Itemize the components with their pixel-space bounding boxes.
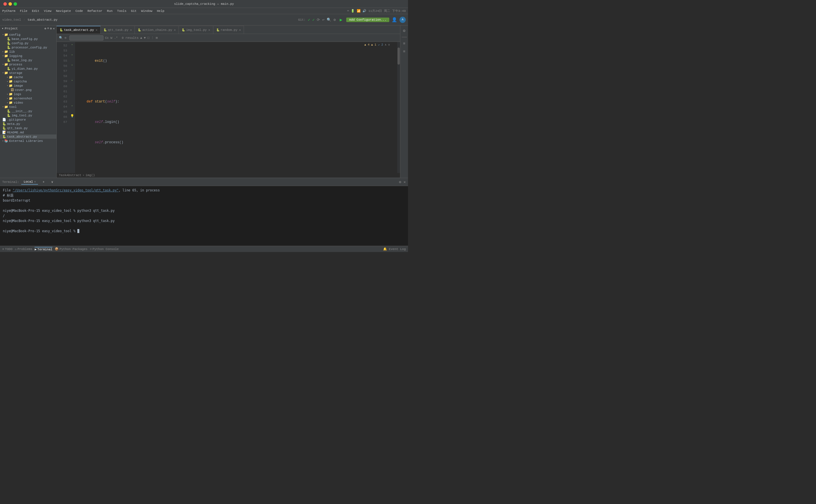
terminal-tab-local[interactable]: Local ✕ — [21, 180, 38, 185]
tab-close-icon[interactable]: ✕ — [208, 28, 210, 32]
tab-close-icon[interactable]: ✕ — [174, 28, 176, 32]
sidebar-close-icon[interactable]: ✕ — [53, 27, 55, 30]
regex-icon[interactable]: .* — [114, 36, 118, 40]
code-editor[interactable]: ▲ 4 ▲ 1 ↗ 2 ∧ ∨ 52 53 54 55 56 57 58 59 … — [57, 42, 400, 173]
sidebar-item-task-abstract[interactable]: 🐍 task_abstract.py — [0, 134, 56, 139]
menu-view[interactable]: View — [44, 9, 51, 13]
tab-close-icon[interactable]: ✕ — [239, 28, 241, 32]
git-check-icon[interactable]: ✓ — [308, 18, 310, 22]
search-icon[interactable]: 🔍 — [327, 18, 331, 22]
menu-navigate[interactable]: Navigate — [56, 9, 71, 13]
sidebar-item-meta[interactable]: 🐍 meta.py — [0, 122, 56, 126]
vertical-scrollbar[interactable] — [397, 42, 400, 173]
sidebar-item-storage[interactable]: ▾ 📁 storage — [0, 71, 56, 75]
right-expand-icon[interactable]: ≡ — [401, 41, 407, 46]
sidebar-item-logging[interactable]: ▾ 📁 logging — [0, 54, 56, 58]
maximize-button[interactable] — [14, 2, 17, 6]
fold-icon[interactable]: ▸ — [71, 53, 73, 56]
menu-help[interactable]: Help — [157, 9, 164, 13]
menu-file[interactable]: File — [20, 9, 27, 13]
add-config-button[interactable]: Add Configuration... — [346, 18, 389, 22]
sidebar-item-process[interactable]: ▾ 📁 process — [0, 62, 56, 67]
sidebar-sync-icon[interactable]: ⊕ — [44, 27, 46, 30]
project-header[interactable]: ▾ Project ⊕ ≡ ⚙ ✕ — [0, 25, 56, 31]
sidebar-item-logs[interactable]: ▸ 📁 logs — [0, 92, 56, 96]
sidebar-item-captcha[interactable]: ▸ 📁 captcha — [0, 79, 56, 84]
sidebar-item-cover-png[interactable]: 🖼 cover.png — [0, 88, 56, 92]
terminal-dropdown-icon[interactable]: ∨ — [49, 180, 56, 184]
terminal-close-icon[interactable]: ✕ — [34, 180, 36, 183]
sidebar-settings-icon[interactable]: ⚙ — [50, 27, 52, 30]
problems-tab[interactable]: ⚠ Problems — [15, 247, 32, 251]
whole-word-icon[interactable]: W — [110, 36, 112, 40]
tab-img-tool[interactable]: 🐍 img_tool.py ✕ — [179, 26, 213, 34]
expand-warnings-icon[interactable]: ∧ — [385, 43, 386, 46]
menu-tools[interactable]: Tools — [117, 9, 126, 13]
tab-action-chains[interactable]: 🐍 action_chains.py ✕ — [135, 26, 179, 34]
hint-bulb-icon[interactable]: 💡 — [70, 114, 74, 118]
profile-icon[interactable]: 👤 — [391, 17, 397, 23]
sidebar-item-video[interactable]: ▸ 📁 video — [0, 101, 56, 105]
avatar[interactable]: A — [399, 17, 406, 23]
git-back-icon[interactable]: ↩ — [322, 18, 324, 22]
search-next-icon[interactable]: ▼ — [144, 36, 146, 40]
menu-code[interactable]: Code — [75, 9, 83, 13]
menu-pycharm[interactable]: PyCharm — [2, 9, 15, 13]
menu-window[interactable]: Window — [141, 9, 152, 13]
tab-random[interactable]: 🐍 random.py ✕ — [213, 26, 244, 34]
search-back-icon[interactable]: 🔍 — [59, 36, 63, 40]
tab-close-icon[interactable]: ✕ — [130, 28, 132, 32]
fold-icon[interactable]: ▸ — [71, 63, 73, 67]
tab-qtt-task[interactable]: 🐍 qtt_task.py ✕ — [101, 26, 135, 34]
right-collapse-icon[interactable]: ≡ — [401, 49, 407, 54]
sidebar-item-qtt-task[interactable]: 🐍 qtt_task.py — [0, 126, 56, 130]
sidebar-item-init[interactable]: 🐍 __init__.py — [0, 109, 56, 113]
tab-close-icon[interactable]: ✕ — [96, 28, 97, 32]
code-content[interactable]: exit() def start(self): self.login() sel… — [75, 42, 397, 173]
sidebar-item-processor-config[interactable]: 🐍 processor_config.py — [0, 45, 56, 50]
git-check2-icon[interactable]: ✓ — [312, 18, 314, 22]
tab-task-abstract[interactable]: 🐍 task_abstract.py ✕ — [57, 26, 101, 34]
run-button[interactable]: ▶ — [338, 17, 344, 22]
sidebar-item-external-libraries[interactable]: ▸ 📚 External Libraries — [0, 139, 56, 143]
search-filter2-icon[interactable]: ⊞ — [156, 36, 158, 40]
search-minus-icon[interactable]: ⊖ — [65, 36, 67, 40]
todo-tab[interactable]: ≡ TODO — [2, 247, 12, 251]
sidebar-item-lib[interactable]: ▸ 📁 lib — [0, 50, 56, 54]
event-log-label[interactable]: 🔔 Event Log — [383, 247, 406, 251]
menu-git[interactable]: Git — [131, 9, 137, 13]
settings-icon[interactable]: ⚙ — [333, 18, 336, 22]
sidebar-item-img-tool[interactable]: 🐍 img_tool.py — [0, 113, 56, 118]
search-prev-icon[interactable]: ▲ — [140, 36, 142, 40]
menu-edit[interactable]: Edit — [32, 9, 39, 13]
collapse-warnings-icon[interactable]: ∨ — [388, 43, 390, 46]
search-highlight-icon[interactable]: □ — [147, 36, 149, 40]
terminal-close-all-icon[interactable]: ✕ — [403, 180, 406, 184]
sidebar-item-config-py[interactable]: 🐍 config.py — [0, 41, 56, 45]
sidebar-item-config[interactable]: ▾ 📁 config — [0, 33, 56, 37]
right-settings-icon[interactable]: ⚙ — [401, 28, 407, 33]
search-input[interactable] — [69, 35, 103, 40]
sidebar-item-screenshot[interactable]: ▸ 📁 screenshot — [0, 96, 56, 101]
sidebar-menu-icon[interactable]: ≡ — [47, 27, 49, 30]
terminal-content[interactable]: File "/Users/lishiye/pythonSrc/easy_vide… — [0, 186, 408, 246]
close-button[interactable] — [3, 2, 7, 6]
sidebar-item-base-log[interactable]: 🐍 base_log.py — [0, 58, 56, 62]
sidebar-item-image[interactable]: ▾ 📁 image — [0, 84, 56, 88]
fold-icon[interactable]: ▸ — [71, 43, 73, 46]
minimize-button[interactable] — [8, 2, 12, 6]
terminal-file-link[interactable]: "/Users/lishiye/pythonSrc/easy_video_too… — [13, 188, 119, 192]
fold-icon[interactable]: ▸ — [71, 104, 73, 107]
scrollbar-thumb[interactable] — [397, 48, 400, 65]
terminal-settings-icon[interactable]: ⚙ — [399, 180, 401, 184]
terminal-tab-bottom[interactable]: ▶ Terminal — [35, 247, 52, 251]
sidebar-item-gitignore[interactable]: 📄 .gitignore — [0, 118, 56, 122]
sidebar-item-tool[interactable]: ▾ 📁 tool — [0, 105, 56, 109]
python-console-tab[interactable]: > Python Console — [90, 247, 119, 251]
case-sensitive-icon[interactable]: Cc — [105, 36, 109, 40]
sidebar-item-yi-dian-hao[interactable]: 🐍 yi_dian_hao.py — [0, 67, 56, 71]
sidebar-item-base-config[interactable]: 🐍 base_config.py — [0, 37, 56, 41]
sidebar-item-readme[interactable]: 📝 README.md — [0, 130, 56, 134]
fold-icon[interactable]: ▸ — [71, 79, 73, 82]
window-controls[interactable] — [3, 2, 17, 6]
